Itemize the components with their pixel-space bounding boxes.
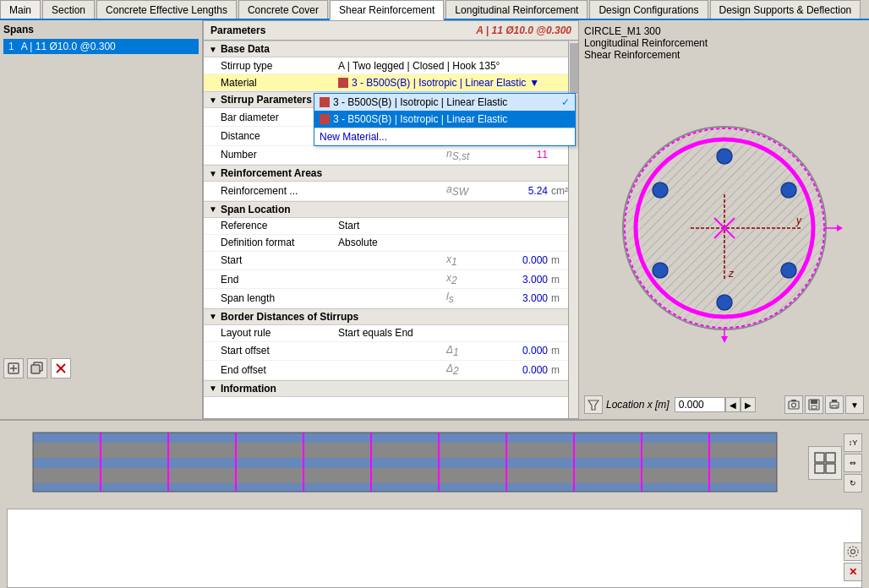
beam-view-controls — [808, 446, 842, 480]
svg-point-31 — [792, 403, 796, 407]
start-row: Start x1 0.000 m — [204, 252, 578, 270]
information-group[interactable]: ▼ Information — [204, 380, 578, 397]
material-text: 3 - B500S(B) | Isotropic | Linear Elasti… — [352, 77, 526, 89]
svg-marker-28 — [721, 336, 728, 343]
viz-location-input[interactable] — [675, 397, 725, 412]
reinforcement-areas-group[interactable]: ▼ Reinforcement Areas — [204, 165, 578, 182]
svg-text:y: y — [795, 215, 802, 226]
dropdown-item-2[interactable]: 3 - B500S(B) | Isotropic | Linear Elasti… — [314, 111, 575, 128]
layout-rule-label: Layout rule — [221, 327, 338, 339]
stirrup-type-row: Stirrup type A | Two legged | Closed | H… — [204, 57, 578, 74]
beam-view-3d-btn[interactable] — [808, 446, 842, 480]
close-icon-btn[interactable]: ✕ — [844, 563, 862, 581]
span-length-row: Span length ls 3.000 m — [204, 289, 578, 308]
svg-rect-38 — [832, 406, 837, 408]
number-sym: nS,st — [446, 148, 480, 162]
end-label: End — [221, 274, 446, 286]
svg-point-59 — [848, 547, 858, 557]
print-btn[interactable] — [825, 395, 844, 414]
svg-rect-41 — [33, 483, 777, 492]
tab-main[interactable]: Main — [0, 0, 41, 19]
span-length-label: Span length — [221, 292, 446, 304]
tab-concrete-cover[interactable]: Concrete Cover — [238, 0, 328, 19]
end-row: End x2 3.000 m — [204, 270, 578, 289]
collapse-icon-4: ▼ — [209, 204, 217, 214]
viz-nav-next[interactable]: ▶ — [741, 397, 756, 412]
number-label: Number — [221, 149, 446, 161]
start-value[interactable]: 0.000 — [480, 254, 548, 266]
material-swatch — [338, 78, 348, 88]
tab-concrete-effective-lengths[interactable]: Concrete Effective Lengths — [96, 0, 237, 19]
expand-btn[interactable]: ▼ — [845, 395, 864, 414]
copy-button[interactable] — [27, 358, 47, 378]
start-sym: x1 — [446, 253, 480, 268]
svg-point-17 — [717, 149, 732, 164]
svg-point-19 — [781, 263, 796, 278]
bottom-section: ↕Y ⇔ ↻ 3.000 m ✕ — [0, 419, 869, 588]
copy-icon — [30, 362, 44, 375]
svg-rect-32 — [791, 400, 796, 401]
tab-design-configurations[interactable]: Design Configurations — [589, 0, 708, 19]
end-value[interactable]: 3.000 — [480, 274, 548, 286]
tab-bar: Main Section Concrete Effective Lengths … — [0, 0, 869, 20]
span-location-group[interactable]: ▼ Span Location — [204, 201, 578, 218]
main-content: Spans 1 A | 11 Ø10.0 @0.300 — [0, 20, 869, 419]
svg-point-58 — [851, 550, 855, 554]
filter-icon — [588, 399, 599, 411]
dropdown-item-1[interactable]: 3 - B500S(B) | Isotropic | Linear Elasti… — [314, 94, 575, 111]
collapse-icon-2: ▼ — [209, 95, 217, 105]
reinforcement-label: Reinforcement ... — [221, 185, 446, 197]
scrollbar-thumb[interactable] — [570, 43, 578, 94]
beam-side-controls: ↕Y ⇔ ↻ — [844, 433, 862, 493]
viz-canvas: y z — [584, 64, 864, 392]
svg-text:z: z — [728, 268, 735, 280]
params-header: Parameters A | 11 Ø10.0 @0.300 — [204, 21, 578, 41]
bottom-right-controls: ✕ — [844, 542, 862, 581]
viz-title: CIRCLE_M1 300 — [584, 25, 864, 37]
filter-icon-btn[interactable] — [584, 395, 603, 414]
swatch-1 — [320, 97, 330, 107]
viz-panel: CIRCLE_M1 300 Longitudinal Reinforcement… — [579, 20, 869, 419]
material-dropdown[interactable]: 3 - B500S(B) | Isotropic | Linear Elasti… — [314, 93, 576, 146]
add-button[interactable] — [3, 358, 24, 378]
collapse-icon: ▼ — [209, 45, 217, 54]
settings-icon-btn[interactable] — [844, 542, 862, 561]
collapse-icon-5: ▼ — [209, 312, 217, 321]
start-offset-label: Start offset — [221, 345, 446, 357]
collapse-icon-6: ▼ — [209, 384, 217, 393]
number-value: 11 — [480, 149, 548, 161]
svg-rect-37 — [832, 400, 837, 402]
span-item-1[interactable]: 1 A | 11 Ø10.0 @0.300 — [3, 39, 199, 54]
material-row[interactable]: Material 3 - B500S(B) | Isotropic | Line… — [204, 74, 578, 91]
svg-point-18 — [781, 182, 796, 198]
rotate-btn[interactable]: ↻ — [844, 474, 862, 493]
material-value[interactable]: 3 - B500S(B) | Isotropic | Linear Elasti… — [338, 77, 573, 89]
grid-icon — [812, 450, 838, 476]
tab-section[interactable]: Section — [42, 0, 95, 19]
end-offset-sym: Δ2 — [446, 362, 480, 377]
reinforcement-sym: aSW — [446, 183, 480, 198]
new-material-button[interactable]: New Material... — [314, 128, 575, 145]
svg-rect-54 — [815, 453, 824, 462]
stirrup-type-label: Stirrup type — [221, 60, 338, 72]
reinforcement-row: Reinforcement ... aSW 5.24 cm²/m — [204, 182, 578, 200]
svg-point-20 — [717, 295, 732, 310]
camera-icon-btn[interactable] — [784, 395, 803, 414]
delete-button[interactable] — [51, 358, 71, 378]
axis-z-btn[interactable]: ⇔ — [844, 454, 862, 472]
end-offset-value[interactable]: 0.000 — [480, 364, 548, 376]
viz-subtitle1: Longitudinal Reinforcement — [584, 37, 864, 49]
empty-panel — [7, 509, 862, 588]
axis-y-btn[interactable]: ↕Y — [844, 433, 862, 452]
save-view-btn[interactable] — [805, 395, 823, 414]
viz-nav-prev[interactable]: ◀ — [725, 397, 741, 412]
base-data-group[interactable]: ▼ Base Data — [204, 41, 578, 57]
params-header-right: A | 11 Ø10.0 @0.300 — [476, 24, 571, 36]
tab-shear-reinforcement[interactable]: Shear Reinforcement — [330, 0, 444, 20]
definition-label: Definition format — [221, 237, 338, 248]
start-offset-value[interactable]: 0.000 — [480, 345, 548, 357]
border-distances-group[interactable]: ▼ Border Distances of Stirrups — [204, 308, 578, 325]
beam-canvas — [7, 426, 803, 500]
tab-longitudinal-reinforcement[interactable]: Longitudinal Reinforcement — [445, 0, 588, 19]
tab-design-supports-deflection[interactable]: Design Supports & Deflection — [710, 0, 861, 19]
